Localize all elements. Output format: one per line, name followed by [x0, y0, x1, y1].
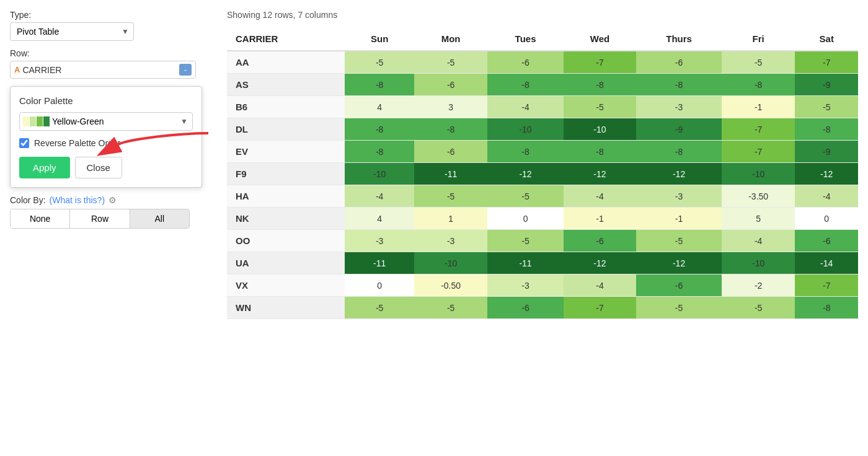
- cell-thurs: -12: [636, 163, 722, 185]
- cell-wed: -8: [564, 141, 636, 163]
- row-tag-container: A CARRIER -: [10, 61, 196, 79]
- color-palette-title: Color Palette: [19, 95, 193, 106]
- red-arrow-indicator: [115, 127, 215, 161]
- cell-mon: -5: [414, 51, 487, 74]
- cell-fri: -3.50: [722, 185, 795, 208]
- cell-sun: -4: [345, 185, 414, 208]
- cell-mon: 3: [414, 96, 487, 118]
- cell-tues: -11: [487, 252, 563, 274]
- cell-thurs: -6: [636, 274, 722, 297]
- cell-mon: -3: [414, 230, 487, 252]
- cell-wed: -8: [564, 74, 636, 96]
- cell-sun: -10: [345, 163, 414, 185]
- cell-mon: -11: [414, 163, 487, 185]
- cell-tues: -8: [487, 141, 563, 163]
- cell-wed: -7: [564, 297, 636, 319]
- type-group: Type: Pivot Table Cross Table Summary ▼: [10, 10, 215, 41]
- cell-sun: 4: [345, 208, 414, 230]
- color-by-section: Color By: (What is this?) ⚙ None Row All: [10, 195, 215, 229]
- row-tag: A CARRIER: [14, 65, 61, 75]
- left-panel: Type: Pivot Table Cross Table Summary ▼ …: [10, 10, 215, 319]
- cell-carrier: B6: [227, 96, 345, 118]
- cell-sat: -6: [795, 230, 858, 252]
- cell-sun: -8: [345, 141, 414, 163]
- row-group: Row: A CARRIER -: [10, 48, 215, 79]
- color-by-label: Color By:: [10, 195, 46, 205]
- cell-tues: -5: [487, 230, 563, 252]
- cell-sun: -3: [345, 230, 414, 252]
- table-header-row: CARRIER Sun Mon Tues Wed Thurs Fri Sat: [227, 27, 858, 51]
- cell-mon: -10: [414, 252, 487, 274]
- cell-fri: -10: [722, 252, 795, 274]
- cell-thurs: -12: [636, 252, 722, 274]
- cell-thurs: -8: [636, 141, 722, 163]
- cell-wed: -12: [564, 252, 636, 274]
- cell-sat: -7: [795, 51, 858, 74]
- cell-tues: -6: [487, 51, 563, 74]
- reverse-palette-checkbox[interactable]: [19, 138, 29, 148]
- cell-sat: -7: [795, 274, 858, 297]
- cell-wed: -5: [564, 96, 636, 118]
- cell-tues: -3: [487, 274, 563, 297]
- table-row: B643-4-5-3-1-5: [227, 96, 858, 118]
- cell-mon: -5: [414, 185, 487, 208]
- right-panel: Showing 12 rows, 7 columns CARRIER Sun M…: [227, 10, 858, 319]
- color-by-button-group: None Row All: [10, 209, 190, 229]
- table-row: HA-4-5-5-4-3-3.50-4: [227, 185, 858, 208]
- cell-sat: -9: [795, 74, 858, 96]
- col-header-thurs: Thurs: [636, 27, 722, 51]
- reverse-palette-label[interactable]: Reverse Palette Order: [34, 138, 120, 148]
- cell-wed: -1: [564, 208, 636, 230]
- cell-thurs: -8: [636, 74, 722, 96]
- cell-sat: -9: [795, 141, 858, 163]
- cell-carrier: F9: [227, 163, 345, 185]
- cell-carrier: NK: [227, 208, 345, 230]
- cell-carrier: AA: [227, 51, 345, 74]
- col-header-carrier: CARRIER: [227, 27, 345, 51]
- cell-mon: -5: [414, 297, 487, 319]
- color-by-all-button[interactable]: All: [130, 209, 189, 228]
- cell-tues: -5: [487, 185, 563, 208]
- cell-tues: -8: [487, 74, 563, 96]
- color-by-help-link[interactable]: (What is this?): [50, 195, 105, 205]
- cell-sun: -11: [345, 252, 414, 274]
- cell-wed: -12: [564, 163, 636, 185]
- cell-thurs: -5: [636, 297, 722, 319]
- table-row: AS-8-6-8-8-8-8-9: [227, 74, 858, 96]
- gear-icon[interactable]: ⚙: [108, 195, 117, 205]
- cell-sun: -8: [345, 118, 414, 141]
- cell-sun: -5: [345, 51, 414, 74]
- cell-wed: -4: [564, 274, 636, 297]
- table-row: NK410-1-150: [227, 208, 858, 230]
- color-by-none-button[interactable]: None: [11, 209, 70, 228]
- type-select-wrapper: Pivot Table Cross Table Summary ▼: [10, 22, 134, 41]
- col-header-fri: Fri: [722, 27, 795, 51]
- cell-tues: -6: [487, 297, 563, 319]
- cell-carrier: EV: [227, 141, 345, 163]
- cell-sat: -5: [795, 96, 858, 118]
- cell-thurs: -5: [636, 230, 722, 252]
- color-by-row-button[interactable]: Row: [70, 209, 130, 228]
- row-tag-remove-button[interactable]: -: [179, 64, 192, 76]
- cell-mon: -6: [414, 74, 487, 96]
- cell-tues: -10: [487, 118, 563, 141]
- cell-sun: -5: [345, 297, 414, 319]
- cell-wed: -6: [564, 230, 636, 252]
- table-row: EV-8-6-8-8-8-7-9: [227, 141, 858, 163]
- cell-wed: -4: [564, 185, 636, 208]
- cell-fri: -7: [722, 118, 795, 141]
- row-tag-type-icon: A: [14, 65, 20, 74]
- cell-fri: -2: [722, 274, 795, 297]
- type-select[interactable]: Pivot Table Cross Table Summary: [10, 22, 134, 41]
- col-header-sat: Sat: [795, 27, 858, 51]
- type-label: Type:: [10, 10, 215, 20]
- apply-button[interactable]: Apply: [19, 157, 70, 178]
- cell-tues: 0: [487, 208, 563, 230]
- cell-wed: -7: [564, 51, 636, 74]
- cell-carrier: WN: [227, 297, 345, 319]
- cell-thurs: -6: [636, 51, 722, 74]
- cell-carrier: UA: [227, 252, 345, 274]
- col-header-tues: Tues: [487, 27, 563, 51]
- cell-thurs: -9: [636, 118, 722, 141]
- cell-sat: -14: [795, 252, 858, 274]
